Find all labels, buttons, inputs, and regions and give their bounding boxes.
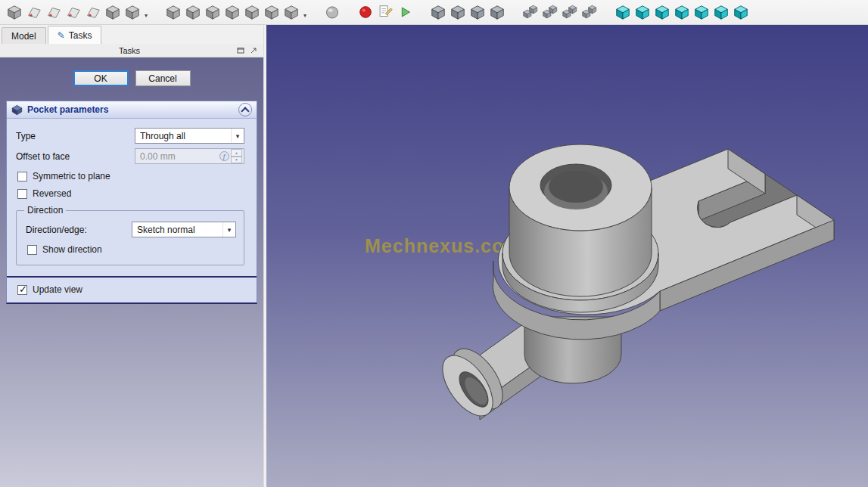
tab-model[interactable]: Model [2,27,46,44]
update-view-label: Update view [33,284,82,295]
tab-model-label: Model [11,31,36,42]
create-datum-icon[interactable] [83,2,103,22]
chevron-down-icon [222,222,235,237]
chevron-down-icon [231,129,244,143]
pocket-parameters-form: Type Through all Offset to face 0.00 mm [7,119,257,295]
undock-panel-icon[interactable] [248,45,259,55]
additive-loft-icon[interactable] [203,2,222,22]
offset-value: 0.00 mm [140,151,219,162]
direction-edge-label: Direction/edge: [26,225,132,235]
polar-pattern-icon[interactable] [560,2,580,22]
pocket-parameters-title: Pocket parameters [27,104,238,115]
direction-edge-select[interactable]: Sketch normal [132,222,236,237]
execute-macro-icon[interactable] [395,2,415,22]
create-sketch-icon[interactable] [24,2,44,22]
left-view-icon[interactable] [731,2,751,22]
tab-tasks-label: Tasks [69,30,92,41]
3d-model[interactable] [433,144,834,424]
mirrored-icon[interactable] [521,2,540,22]
record-macro-icon[interactable] [356,2,375,22]
panel-tabbar: Model ✎ Tasks [0,25,263,44]
watermark-text: Mechnexus.com [365,235,522,256]
edit-sketch-icon[interactable] [44,2,64,22]
multitransform-icon[interactable] [580,2,599,22]
ok-button[interactable]: OK [73,70,129,86]
offset-spinner [231,149,242,163]
tasks-dock-header: Tasks [0,44,263,57]
boolean-toolbar [322,2,342,22]
create-body-icon[interactable] [5,2,24,22]
standard-views-toolbar [613,2,751,22]
direction-edge-value: Sketch normal [137,225,222,235]
symmetric-label: Symmetric to plane [33,171,110,181]
float-panel-icon[interactable] [235,45,246,55]
spin-up-icon[interactable] [231,149,242,157]
symmetric-row[interactable]: Symmetric to plane [17,171,244,181]
3d-scene[interactable]: Mechnexus.com [266,25,868,487]
front-view-icon[interactable] [633,2,652,22]
offset-spinbox[interactable]: 0.00 mm [135,148,244,164]
reversed-checkbox[interactable] [17,189,27,199]
pocket-icon [11,104,23,116]
primitive-box-icon[interactable] [428,2,448,22]
pocket-parameters-box: Pocket parameters Type Through all Offse… [6,101,257,304]
macros-dialog-icon[interactable] [375,2,395,22]
primitives-toolbar [428,2,507,22]
show-direction-checkbox[interactable] [27,245,37,255]
section-separator [7,276,257,278]
show-direction-row[interactable]: Show direction [27,244,236,255]
part-design-helper-toolbar: ▾ [5,2,150,22]
primitive-cone-icon[interactable] [487,2,507,22]
show-direction-label: Show direction [42,244,102,255]
direction-groupbox: Direction Direction/edge: Sketch normal … [16,210,244,265]
pocket-tool-icon[interactable] [242,2,262,22]
right-view-icon[interactable] [672,2,692,22]
collapse-section-button[interactable] [238,103,252,116]
modeling-dropdown-icon[interactable]: ▾ [301,12,309,22]
primitive-cylinder-icon[interactable] [448,2,468,22]
additive-pipe-icon[interactable] [222,2,242,22]
expression-editor-icon[interactable] [219,151,229,161]
offset-label: Offset to face [16,151,135,162]
tasks-header-title: Tasks [5,46,233,55]
reversed-row[interactable]: Reversed [17,188,244,199]
spin-down-icon[interactable] [231,157,242,164]
boolean-operation-icon[interactable] [322,2,342,22]
isometric-view-icon[interactable] [613,2,633,22]
revolution-icon[interactable] [183,2,203,22]
type-select[interactable]: Through all [135,128,244,144]
update-view-checkbox[interactable] [17,285,27,295]
shape-binder-icon[interactable] [103,2,123,22]
3d-viewport[interactable]: Mechnexus.com [266,25,868,487]
reversed-label: Reversed [33,188,71,199]
tab-tasks[interactable]: ✎ Tasks [48,26,102,44]
tasks-panel-body: OK Cancel Pocket parameters [0,57,263,487]
bottom-view-icon[interactable] [711,2,731,22]
transformation-toolbar [521,2,599,22]
edit-pen-icon: ✎ [58,30,65,41]
top-view-icon[interactable] [652,2,672,22]
update-view-row[interactable]: Update view [17,284,244,295]
main-toolbar: ▾▾ [0,0,868,25]
pocket-parameters-header[interactable]: Pocket parameters [7,101,257,119]
dialog-buttons: OK Cancel [0,70,263,86]
cancel-button[interactable]: Cancel [135,70,191,86]
pad-icon[interactable] [163,2,183,22]
part-design-modeling-toolbar: ▾ [163,2,309,22]
macro-toolbar [356,2,415,22]
map-sketch-icon[interactable] [64,2,83,22]
task-panel: Model ✎ Tasks Tasks OK Cancel [0,25,263,487]
rear-view-icon[interactable] [692,2,711,22]
type-label: Type [16,131,135,141]
groove-icon[interactable] [262,2,282,22]
type-select-value: Through all [140,131,231,141]
primitive-sphere-icon[interactable] [468,2,487,22]
direction-group-title: Direction [24,205,66,216]
clone-icon[interactable] [123,2,142,22]
hole-icon[interactable] [282,2,301,22]
linear-pattern-icon[interactable] [540,2,560,22]
sketch-tools-dropdown-icon[interactable]: ▾ [142,12,150,22]
symmetric-checkbox[interactable] [17,172,27,181]
